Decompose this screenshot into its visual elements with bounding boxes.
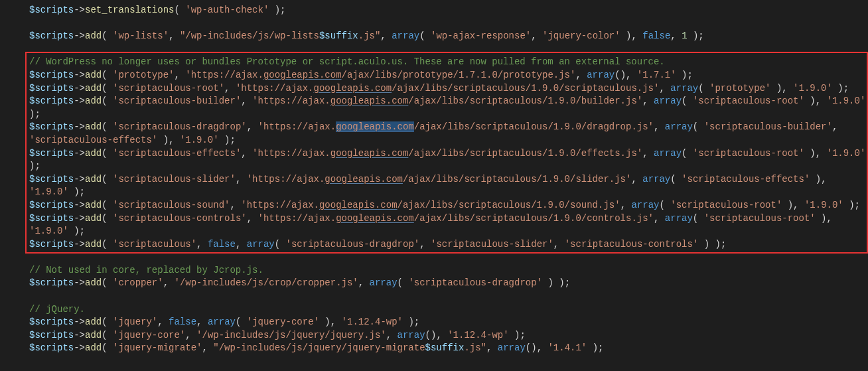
code-token: 'scriptaculous-sound' [113,200,230,210]
code-token: /ajax/libs/scriptaculous/1.9.0/dragdrop.… [414,121,654,132]
code-line[interactable]: $scripts->add( 'scriptaculous', false, a… [0,238,868,252]
code-line[interactable]: $scripts->add( 'scriptaculous-controls',… [0,212,868,238]
code-token: 'scriptaculous-dragdrop' [286,239,420,250]
code-token: // jQuery. [29,304,85,315]
code-token: array [370,277,398,288]
code-token: googleapis.com [263,70,342,80]
code-token: $scripts [29,200,74,210]
code-line[interactable]: $scripts->add( 'scriptaculous-slider', '… [0,173,868,199]
code-token: array [587,70,615,80]
code-token: ) [816,213,827,224]
code-token: $scripts [29,213,74,224]
code-token: add [85,200,102,210]
code-line[interactable]: $scripts->add( 'scriptaculous-builder', … [0,95,868,121]
code-token: $scripts [29,121,74,132]
code-token: , [553,239,565,250]
code-token: '/wp-includes/js/jquery/jquery.js' [196,330,386,340]
code-token: add [85,31,102,41]
code-token: 'https://ajax. [247,174,325,185]
code-token: -> [74,70,85,80]
code-line[interactable]: // Not used in core, replaced by Jcrop.j… [0,264,868,277]
code-token: ) [157,135,169,145]
code-token: 'https://ajax. [236,83,314,94]
code-token: ( [670,174,682,185]
code-token: 1 [682,31,687,41]
code-token: ( [102,213,113,224]
code-token: $scripts [29,96,74,106]
code-token: '1.9.0' [827,96,866,106]
code-token: 'prototype' [113,70,174,80]
code-line[interactable]: $scripts->set_translations( 'wp-auth-che… [0,4,868,17]
code-token: ( [419,31,431,41]
code-token: -> [74,148,85,159]
code-token: 'https://ajax. [185,70,263,80]
code-token: , [247,121,258,132]
code-token: , [821,174,832,185]
code-token: , [236,174,247,185]
code-line[interactable]: // WordPress no longer uses or bundles P… [0,56,868,69]
code-token: /ajax/libs/prototype/1.7.1.0/prototype.j… [342,70,576,80]
code-token: array [654,148,682,159]
code-token: set_translations [85,5,174,15]
code-token: 'scriptaculous-root' [670,200,782,210]
code-line[interactable] [0,43,868,56]
code-line[interactable]: $scripts->add( 'scriptaculous-root', 'ht… [0,82,868,96]
code-token: add [85,70,102,80]
code-token: , [230,200,242,210]
code-token: 'jquery-color' [542,31,620,41]
code-line[interactable] [0,251,868,264]
code-line[interactable]: $scripts->add( 'jquery-core', '/wp-inclu… [0,329,868,342]
code-token: ( [659,200,670,210]
code-token: , [419,239,431,250]
code-token: 'wp-lists' [113,31,169,41]
code-line[interactable]: $scripts->add( 'jquery', false, array( '… [0,316,868,329]
code-token: add [85,213,102,224]
code-line[interactable]: $scripts->add( 'prototype', 'https://aja… [0,69,868,82]
code-token: ); [509,330,526,340]
code-line[interactable]: $scripts->add( 'scriptaculous-dragdrop',… [0,121,868,147]
code-line[interactable] [0,290,868,303]
code-line[interactable]: $scripts->add( 'scriptaculous-effects', … [0,147,868,173]
code-token: , [793,200,804,210]
code-token: -> [74,31,85,41]
code-token: $scripts [29,239,74,250]
code-token: '1.9.0' [827,148,866,159]
code-token: '1.9.0' [29,226,68,236]
code-token: , [670,31,682,41]
code-token: , [174,70,185,80]
code-line[interactable]: $scripts->add( 'jquery-migrate', "/wp-in… [0,342,868,355]
code-token: add [85,121,102,132]
code-token: // WordPress no longer uses or bundles P… [29,56,665,67]
code-token: $scripts [29,317,74,327]
code-token: ( [682,96,693,106]
code-token: add [85,330,102,340]
code-token: ); [676,70,693,80]
code-line[interactable]: $scripts->add( 'scriptaculous-sound', 'h… [0,199,868,212]
code-token: $scripts [29,83,74,94]
code-token: ( [174,5,185,15]
code-token: false [208,239,236,250]
code-token: , [654,121,665,132]
code-line[interactable] [0,17,868,31]
code-token: '1.9.0' [29,186,68,197]
code-token: , [782,83,793,94]
code-token: ); [219,135,236,145]
code-token: $scripts [29,174,74,185]
code-token: ( [102,121,113,132]
code-line[interactable]: $scripts->add( 'cropper', '/wp-includes/… [0,277,868,290]
code-token: ( [102,342,113,353]
code-token: $scripts [29,70,74,80]
code-token: add [85,342,102,353]
code-token: -> [74,213,85,224]
code-token: 'scriptaculous-dragdrop' [113,121,247,132]
code-token: , [196,317,208,327]
code-token: ); [843,200,860,210]
code-token: ( [102,83,113,94]
code-token: 'wp-ajax-response' [431,31,531,41]
code-line[interactable]: // jQuery. [0,303,868,317]
code-token: ( [698,83,709,94]
code-line[interactable]: $scripts->add( 'wp-lists', "/wp-includes… [0,30,868,43]
code-token: ) [804,148,816,159]
code-editor-content[interactable]: $scripts->set_translations( 'wp-auth-che… [0,0,868,359]
code-token: /ajax/libs/scriptaculous/1.9.0/builder.j… [408,96,642,106]
